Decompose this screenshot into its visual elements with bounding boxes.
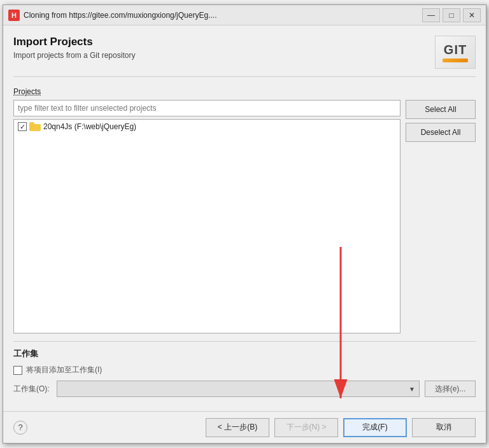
projects-area: 20qn4Js (F:\web\jQueryEg) Select All Des… — [13, 100, 476, 333]
title-bar-controls: — □ ✕ — [422, 8, 481, 22]
projects-left: 20qn4Js (F:\web\jQueryEg) — [13, 100, 400, 333]
select-all-button[interactable]: Select All — [406, 100, 476, 119]
back-button[interactable]: < 上一步(B) — [206, 418, 269, 437]
git-logo: GIT — [435, 36, 476, 69]
workspace-section: 工作集 将项目添加至工作集(I) 工作集(O): ▼ 选择(e)... — [13, 341, 476, 397]
git-logo-bar — [443, 59, 468, 62]
add-to-workspace-label: 将项目添加至工作集(I) — [26, 365, 102, 375]
main-window: H Cloning from https://gitee.com/muxiong… — [3, 4, 486, 444]
help-button[interactable]: ? — [13, 421, 27, 435]
bottom-bar: ? < 上一步(B) 下一步(N) > 完成(F) 取消 — [3, 411, 486, 443]
project-checkbox[interactable] — [18, 122, 27, 131]
filter-input[interactable] — [13, 100, 400, 116]
dialog-content: Import Projects Import projects from a G… — [3, 25, 486, 411]
choose-button[interactable]: 选择(e)... — [425, 381, 476, 397]
maximize-button[interactable]: □ — [443, 8, 460, 22]
next-button[interactable]: 下一步(N) > — [274, 418, 338, 437]
add-to-workspace-checkbox[interactable] — [13, 366, 22, 375]
cancel-button[interactable]: 取消 — [412, 418, 476, 437]
workspace-row: 工作集(O): ▼ 选择(e)... — [13, 381, 476, 397]
folder-icon — [29, 122, 41, 131]
header-section: Import Projects Import projects from a G… — [13, 36, 476, 77]
git-logo-text: GIT — [444, 43, 467, 57]
workspace-label: 工作集(O): — [13, 384, 52, 395]
minimize-button[interactable]: — — [422, 8, 440, 22]
workspace-combo[interactable]: ▼ — [57, 381, 420, 397]
workspace-title: 工作集 — [13, 348, 476, 360]
title-bar-text: Cloning from https://gitee.com/muxiongxi… — [24, 11, 422, 20]
combo-arrow-icon: ▼ — [409, 386, 415, 393]
import-title: Import Projects — [13, 36, 427, 48]
import-subtitle: Import projects from a Git repository — [13, 51, 427, 60]
project-name: 20qn4Js (F:\web\jQueryEg) — [43, 122, 136, 131]
header-text: Import Projects Import projects from a G… — [13, 36, 427, 60]
projects-section-label: Projects — [13, 87, 476, 96]
deselect-all-button[interactable]: Deselect All — [406, 123, 476, 142]
projects-right: Select All Deselect All — [406, 100, 476, 333]
workspace-checkbox-row: 将项目添加至工作集(I) — [13, 365, 476, 375]
finish-button[interactable]: 完成(F) — [343, 418, 407, 437]
close-button[interactable]: ✕ — [463, 8, 481, 22]
projects-list: 20qn4Js (F:\web\jQueryEg) — [13, 119, 400, 333]
list-item[interactable]: 20qn4Js (F:\web\jQueryEg) — [14, 120, 400, 134]
app-icon: H — [8, 10, 20, 21]
title-bar: H Cloning from https://gitee.com/muxiong… — [3, 5, 486, 25]
